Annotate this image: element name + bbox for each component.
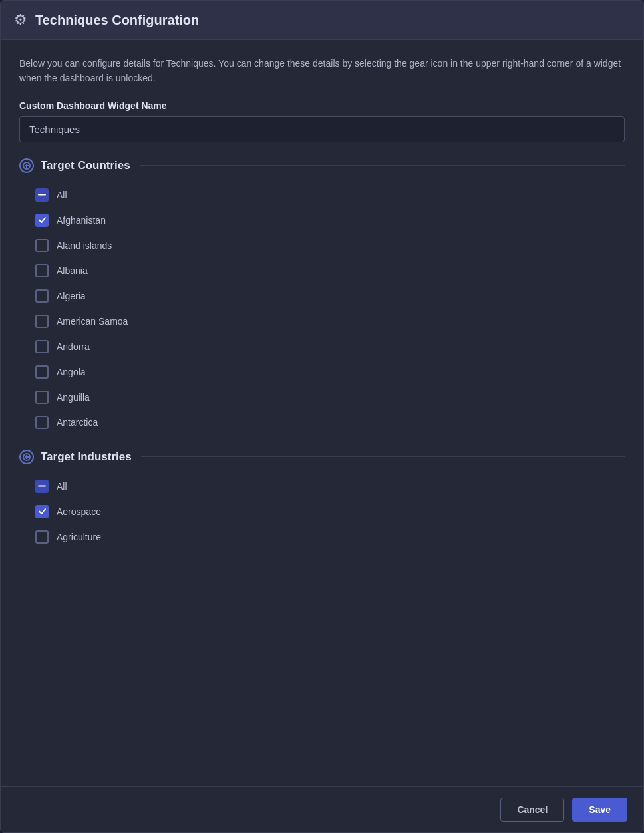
target-countries-toggle-icon[interactable] bbox=[19, 158, 34, 173]
target-industries-list: All AerospaceAgriculture bbox=[19, 475, 625, 548]
checkbox-box[interactable] bbox=[35, 214, 49, 227]
checkbox-label: Algeria bbox=[57, 291, 86, 301]
cancel-button[interactable]: Cancel bbox=[500, 798, 564, 822]
list-item[interactable]: Antarctica bbox=[30, 411, 625, 434]
list-item[interactable]: Albania bbox=[30, 259, 625, 282]
checkbox-label: Aerospace bbox=[57, 506, 101, 517]
checkbox-box[interactable] bbox=[35, 416, 49, 429]
modal-title: Techniques Configuration bbox=[35, 13, 199, 28]
checkbox-box[interactable] bbox=[35, 239, 49, 252]
svg-rect-3 bbox=[38, 486, 46, 487]
checkbox-box[interactable] bbox=[35, 480, 49, 493]
checkbox-label: Afghanistan bbox=[57, 215, 106, 226]
checkbox-box[interactable] bbox=[35, 391, 49, 404]
list-item[interactable]: Afghanistan bbox=[30, 209, 625, 232]
target-countries-header: Target Countries bbox=[19, 158, 625, 173]
target-countries-section: Target Countries All AfghanistanAland is… bbox=[19, 158, 625, 434]
list-item[interactable]: All bbox=[30, 184, 625, 206]
save-button[interactable]: Save bbox=[572, 798, 627, 822]
checkbox-label: American Samoa bbox=[57, 316, 128, 327]
checkbox-box[interactable] bbox=[35, 340, 49, 353]
checkbox-label: Agriculture bbox=[57, 532, 101, 542]
checkbox-label: Angola bbox=[57, 367, 86, 377]
widget-name-label: Custom Dashboard Widget Name bbox=[19, 100, 625, 111]
modal-header: ⚙ Techniques Configuration bbox=[1, 1, 643, 40]
target-industries-header: Target Industries bbox=[19, 450, 625, 464]
list-item[interactable]: Agriculture bbox=[30, 526, 625, 548]
modal-footer: Cancel Save bbox=[1, 786, 643, 832]
checkbox-label: Antarctica bbox=[57, 417, 98, 428]
list-item[interactable]: American Samoa bbox=[30, 310, 625, 333]
target-industries-title: Target Industries bbox=[41, 450, 132, 464]
checkbox-box[interactable] bbox=[35, 289, 49, 303]
checkbox-box[interactable] bbox=[35, 315, 49, 328]
modal-body: Below you can configure details for Tech… bbox=[1, 40, 643, 786]
checkbox-box[interactable] bbox=[35, 365, 49, 379]
svg-rect-1 bbox=[38, 194, 46, 196]
checkbox-label: Andorra bbox=[57, 341, 90, 352]
description-text: Below you can configure details for Tech… bbox=[19, 56, 625, 86]
gear-icon: ⚙ bbox=[14, 11, 27, 29]
target-countries-title: Target Countries bbox=[41, 159, 130, 172]
target-industries-section: Target Industries All AerospaceAgricultu… bbox=[19, 450, 625, 548]
checkbox-box[interactable] bbox=[35, 188, 49, 202]
list-item[interactable]: Algeria bbox=[30, 285, 625, 307]
checkbox-box[interactable] bbox=[35, 264, 49, 277]
checkbox-label: Albania bbox=[57, 265, 88, 276]
checkbox-box[interactable] bbox=[35, 530, 49, 544]
list-item[interactable]: Aland islands bbox=[30, 234, 625, 257]
list-item[interactable]: Aerospace bbox=[30, 500, 625, 523]
checkbox-label: Aland islands bbox=[57, 240, 112, 251]
checkbox-label: Anguilla bbox=[57, 392, 90, 403]
list-item[interactable]: All bbox=[30, 475, 625, 498]
checkbox-label: All bbox=[57, 190, 67, 200]
checkbox-label: All bbox=[57, 481, 67, 492]
list-item[interactable]: Angola bbox=[30, 361, 625, 383]
target-countries-divider bbox=[140, 165, 625, 166]
techniques-configuration-modal: ⚙ Techniques Configuration Below you can… bbox=[0, 0, 644, 833]
list-item[interactable]: Andorra bbox=[30, 335, 625, 358]
target-industries-divider bbox=[141, 456, 625, 457]
widget-name-input[interactable] bbox=[19, 116, 625, 142]
target-countries-list: All AfghanistanAland islandsAlbaniaAlger… bbox=[19, 184, 625, 434]
list-item[interactable]: Anguilla bbox=[30, 386, 625, 409]
target-industries-toggle-icon[interactable] bbox=[19, 450, 34, 464]
checkbox-box[interactable] bbox=[35, 505, 49, 518]
